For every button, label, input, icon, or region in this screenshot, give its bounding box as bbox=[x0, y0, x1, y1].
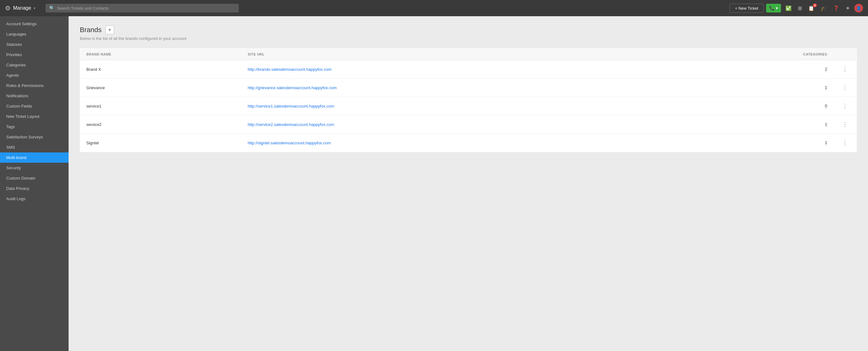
brand-name-cell: Grievance bbox=[80, 78, 242, 97]
brand-label: Manage bbox=[13, 5, 31, 11]
search-icon: 🔍 bbox=[49, 6, 55, 10]
brand-name-cell: Signtel bbox=[80, 134, 242, 152]
sidebar-item-new-ticket-layout[interactable]: New Ticket Layout bbox=[0, 111, 69, 122]
navbar-right: + New Ticket 📞 ▾ ✅ ⊞ 📋 4 🎓 ❓ ☀ 👤 bbox=[730, 4, 863, 13]
sidebar: Account Settings Languages Statuses Prio… bbox=[0, 16, 69, 351]
sidebar-item-priorities[interactable]: Priorities bbox=[0, 50, 69, 60]
action-cell: ⋮ bbox=[833, 60, 857, 78]
categories-count[interactable]: 1 bbox=[825, 140, 827, 145]
brand-url-link[interactable]: http://service2.salesdemoaccount.happyfo… bbox=[248, 122, 334, 127]
notifications-button[interactable]: 📋 4 bbox=[806, 4, 816, 12]
page-title: Brands bbox=[80, 26, 102, 34]
kebab-menu-button[interactable]: ⋮ bbox=[840, 102, 850, 110]
brand-url-link[interactable]: http://signtel.salesdemoaccount.happyfox… bbox=[248, 140, 331, 145]
action-cell: ⋮ bbox=[833, 115, 857, 134]
table-header-row: BRAND NAME SITE URL CATEGORIES bbox=[80, 49, 857, 60]
add-brand-button[interactable]: + bbox=[105, 26, 114, 34]
table-row: Grievance http://grievance.salesdemoacco… bbox=[80, 78, 857, 97]
categories-count[interactable]: 1 bbox=[825, 85, 827, 90]
navbar: ⚙ Manage ▾ 🔍 + New Ticket 📞 ▾ ✅ ⊞ 📋 4 🎓 … bbox=[0, 0, 868, 16]
brand-url-cell[interactable]: http://service1.salesdemoaccount.happyfo… bbox=[241, 97, 677, 115]
sidebar-item-languages[interactable]: Languages bbox=[0, 29, 69, 39]
brand-name-cell: service1 bbox=[80, 97, 242, 115]
sidebar-item-security[interactable]: Security bbox=[0, 163, 69, 173]
page-header: Brands + bbox=[80, 26, 857, 34]
phone-button[interactable]: 📞 ▾ bbox=[766, 4, 781, 12]
gear-icon: ⚙ bbox=[5, 4, 10, 12]
graduation-button[interactable]: 🎓 bbox=[819, 4, 829, 12]
chevron-down-icon: ▾ bbox=[34, 6, 35, 10]
categories-count[interactable]: 2 bbox=[825, 67, 827, 72]
phone-icon: 📞 bbox=[769, 6, 774, 10]
categories-cell: 2 bbox=[677, 60, 833, 78]
main-layout: Account Settings Languages Statuses Prio… bbox=[0, 16, 868, 351]
new-ticket-button[interactable]: + New Ticket bbox=[730, 4, 764, 13]
sidebar-item-sms[interactable]: SMS bbox=[0, 142, 69, 153]
avatar-icon: 👤 bbox=[856, 6, 861, 10]
graduation-icon: 🎓 bbox=[820, 5, 827, 11]
col-brand-name: BRAND NAME bbox=[80, 49, 242, 60]
brand-url-cell[interactable]: http://brandx.salesdemoaccount.happyfox.… bbox=[241, 60, 677, 78]
columns-button[interactable]: ⊞ bbox=[796, 4, 804, 12]
settings-icon: ☀ bbox=[845, 5, 850, 11]
col-categories: CATEGORIES bbox=[677, 49, 833, 60]
sidebar-item-roles-permissions[interactable]: Roles & Permissions bbox=[0, 81, 69, 91]
brands-table: BRAND NAME SITE URL CATEGORIES Brand X h… bbox=[80, 48, 857, 152]
brand-name-cell: Brand X bbox=[80, 60, 242, 78]
action-cell: ⋮ bbox=[833, 78, 857, 97]
sidebar-item-multi-brand[interactable]: Multi-brand bbox=[0, 153, 69, 163]
columns-icon: ⊞ bbox=[798, 5, 802, 11]
brand-url-link[interactable]: http://brandx.salesdemoaccount.happyfox.… bbox=[248, 67, 332, 72]
categories-cell: 1 bbox=[677, 78, 833, 97]
kebab-menu-button[interactable]: ⋮ bbox=[840, 65, 850, 73]
sidebar-item-categories[interactable]: Categories bbox=[0, 60, 69, 70]
table-row: Signtel http://signtel.salesdemoaccount.… bbox=[80, 134, 857, 152]
kebab-menu-button[interactable]: ⋮ bbox=[840, 120, 850, 128]
settings-button[interactable]: ☀ bbox=[844, 4, 852, 12]
categories-count[interactable]: 1 bbox=[825, 122, 827, 127]
col-site-url: SITE URL bbox=[241, 49, 677, 60]
check-circle-button[interactable]: ✅ bbox=[783, 4, 794, 12]
brand-url-cell[interactable]: http://service2.salesdemoaccount.happyfo… bbox=[241, 115, 677, 134]
phone-chevron: ▾ bbox=[776, 6, 778, 10]
brand-name-cell: service2 bbox=[80, 115, 242, 134]
table-row: service1 http://service1.salesdemoaccoun… bbox=[80, 97, 857, 115]
sidebar-item-account-settings[interactable]: Account Settings bbox=[0, 19, 69, 29]
categories-cell: 1 bbox=[677, 134, 833, 152]
help-icon: ❓ bbox=[833, 5, 839, 11]
sidebar-item-custom-domain[interactable]: Custom Domain bbox=[0, 173, 69, 183]
brand-url-cell[interactable]: http://signtel.salesdemoaccount.happyfox… bbox=[241, 134, 677, 152]
kebab-menu-button[interactable]: ⋮ bbox=[840, 139, 850, 147]
categories-count[interactable]: 0 bbox=[825, 103, 827, 108]
brand-url-cell[interactable]: http://grievance.salesdemoaccount.happyf… bbox=[241, 78, 677, 97]
action-cell: ⋮ bbox=[833, 97, 857, 115]
sidebar-item-agents[interactable]: Agents bbox=[0, 70, 69, 81]
avatar[interactable]: 👤 bbox=[854, 4, 863, 12]
table-row: Brand X http://brandx.salesdemoaccount.h… bbox=[80, 60, 857, 78]
col-actions bbox=[833, 49, 857, 60]
action-cell: ⋮ bbox=[833, 134, 857, 152]
categories-cell: 1 bbox=[677, 115, 833, 134]
check-circle-icon: ✅ bbox=[785, 5, 792, 11]
brand-url-link[interactable]: http://service1.salesdemoaccount.happyfo… bbox=[248, 104, 334, 108]
content-area: Brands + Below is the list of all the br… bbox=[69, 16, 868, 351]
sidebar-item-satisfaction-surveys[interactable]: Satisfaction Surveys bbox=[0, 132, 69, 142]
notification-badge: 4 bbox=[813, 3, 817, 7]
kebab-menu-button[interactable]: ⋮ bbox=[840, 84, 850, 92]
search-bar: 🔍 bbox=[45, 4, 239, 12]
manage-brand[interactable]: ⚙ Manage ▾ bbox=[5, 4, 35, 12]
sidebar-item-tags[interactable]: Tags bbox=[0, 122, 69, 132]
table-row: service2 http://service2.salesdemoaccoun… bbox=[80, 115, 857, 134]
search-input[interactable] bbox=[57, 6, 235, 10]
page-subtitle: Below is the list of all the brands conf… bbox=[80, 36, 857, 41]
sidebar-item-statuses[interactable]: Statuses bbox=[0, 39, 69, 50]
sidebar-item-audit-logs[interactable]: Audit Logs bbox=[0, 194, 69, 204]
sidebar-item-notifications[interactable]: Notifications bbox=[0, 91, 69, 101]
brand-url-link[interactable]: http://grievance.salesdemoaccount.happyf… bbox=[248, 86, 336, 90]
categories-cell: 0 bbox=[677, 97, 833, 115]
help-button[interactable]: ❓ bbox=[831, 4, 841, 12]
sidebar-item-data-privacy[interactable]: Data Privacy bbox=[0, 183, 69, 194]
sidebar-item-custom-fields[interactable]: Custom Fields bbox=[0, 101, 69, 111]
